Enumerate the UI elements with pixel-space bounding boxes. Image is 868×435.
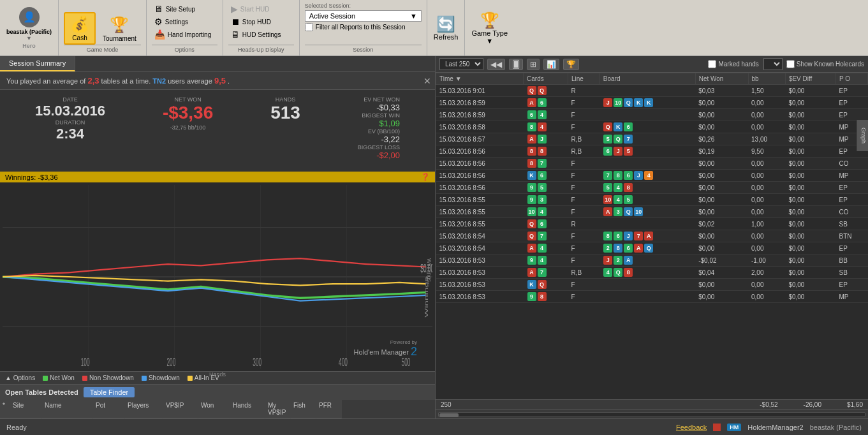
table-row[interactable]: 15.03.2016 8:59 64 F $0,00 0,00 $0,00 EP (436, 109, 868, 121)
table-row[interactable]: 15.03.2016 8:53 94 F J2A -$0,02 -1,00 $0… (436, 254, 868, 267)
th-time[interactable]: Time ▼ (436, 73, 524, 85)
card-chip: 6 (538, 219, 547, 228)
table-row[interactable]: 15.03.2016 8:55 93 F 1045 $0,00 0,00 $0,… (436, 194, 868, 206)
hands-table-container[interactable]: Time ▼ Cards Line Board Net Won bb $EV D… (436, 73, 868, 399)
scroll-thumb[interactable] (439, 413, 459, 417)
cell-board (600, 85, 695, 97)
stop-hud-icon: ⏹ (231, 17, 240, 27)
card-chip: 8 (538, 292, 547, 301)
th-pos[interactable]: P O (835, 73, 867, 85)
hands-tbody: 15.03.2016 9:01 QQ R $0,03 1,50 $0,00 EP… (436, 85, 868, 303)
ev-stats: EV Net Won -$0,33 Biggest Win $1,09 EV (… (358, 96, 400, 160)
card-chip: K (644, 98, 653, 107)
table-row[interactable]: 15.03.2016 8:54 A4 F 286AQ $0,00 0,00 $0… (436, 242, 868, 254)
cell-board: 1045 (600, 194, 695, 206)
close-banner-button[interactable]: ✕ (423, 76, 431, 86)
cell-net-won: $0,03 (695, 85, 748, 97)
x-axis-label: Hands (3, 371, 432, 378)
table-row[interactable]: 15.03.2016 8:53 A7 R,B 4Q8 $0,04 2,00 $0… (436, 267, 868, 279)
card-chip: K (527, 280, 536, 289)
cell-bb: 9,50 (748, 145, 785, 158)
th-board[interactable]: Board (600, 73, 695, 85)
marked-hands-checkbox[interactable] (708, 60, 716, 68)
cash-label: Cash (72, 34, 87, 41)
card-chip: A (644, 232, 653, 240)
col-myvpip: My VP$IP (265, 400, 291, 418)
filter-reports-row[interactable]: Filter all Reports to this Session (305, 23, 422, 31)
table-row[interactable]: 15.03.2016 8:55 Q6 R $0,02 1,00 $0,00 SB (436, 218, 868, 230)
graph-side-tab[interactable]: Graph (857, 120, 868, 151)
cards-view-button[interactable]: 🂠 (509, 59, 523, 70)
table-row[interactable]: 15.03.2016 8:56 87 F $0,00 0,00 $0,00 CO (436, 158, 868, 170)
th-sev-diff[interactable]: $EV Diff (785, 73, 835, 85)
card-chip: 3 (538, 195, 547, 204)
prev-button[interactable]: ◀◀ (487, 59, 505, 70)
cash-button[interactable]: 💰 Cash (64, 12, 96, 45)
card-chip: 4 (538, 110, 547, 119)
tournament-button[interactable]: 🏆 Tournament (98, 13, 141, 45)
table-row[interactable]: 15.03.2016 8:59 A6 F J10QKK $0,00 0,00 $… (436, 97, 868, 109)
winnings-bar: Winnings: -$3,36 ❓ (0, 172, 435, 182)
cell-net-won: $0,00 (695, 206, 748, 218)
grid-view-button[interactable]: ⊞ (527, 59, 540, 70)
table-row[interactable]: 15.03.2016 8:56 K6 F 786J4 $0,00 0,00 $0… (436, 170, 868, 182)
card-chip: 4 (614, 195, 622, 204)
cell-line: F (568, 230, 600, 242)
session-summary-tab[interactable]: Session Summary (0, 56, 75, 71)
th-net-won[interactable]: Net Won (695, 73, 748, 85)
help-button[interactable]: ❓ (421, 173, 430, 181)
footer: Ready Feedback HM HoldemManager2 beastak… (0, 418, 868, 435)
card-chip: 4 (538, 122, 547, 131)
bar-view-button[interactable]: 📊 (543, 59, 559, 70)
refresh-label: Refresh (434, 33, 459, 41)
card-chip: K (614, 122, 622, 131)
tournament-label: Tournament (103, 35, 136, 42)
date-stat: Date 15.03.2016 Duration 2:34 (35, 96, 105, 160)
refresh-button[interactable]: 🔄 Refresh (427, 0, 466, 55)
table-row[interactable]: 15.03.2016 8:53 KQ F $0,00 0,00 $0,00 EP (436, 279, 868, 291)
hud-settings-row[interactable]: 🖥 HUD Settings (228, 28, 294, 41)
card-chip: Q (614, 135, 622, 144)
table-row[interactable]: 15.03.2016 8:54 Q7 F 86J7A $0,00 0,00 $0… (436, 230, 868, 242)
cell-bb: 0,00 (748, 279, 785, 291)
card-chip: 8 (527, 147, 536, 156)
cell-board: A3Q10 (600, 206, 695, 218)
hero-dropdown[interactable]: ▼ (26, 35, 32, 41)
session-select[interactable]: Active Session ▼ (305, 10, 422, 22)
show-holecards-checkbox[interactable] (786, 60, 795, 68)
site-setup-row[interactable]: 🖥 Site Setup (152, 3, 217, 15)
table-row[interactable]: 15.03.2016 8:55 104 F A3Q10 $0,00 0,00 $… (436, 206, 868, 218)
table-finder-button[interactable]: Table Finder (84, 387, 135, 397)
cell-time: 15.03.2016 8:55 (436, 194, 524, 206)
filter-reports-checkbox[interactable] (305, 23, 313, 31)
table-row[interactable]: 15.03.2016 9:01 QQ R $0,03 1,50 $0,00 EP (436, 85, 868, 97)
horizontal-scrollbar[interactable] (436, 409, 868, 418)
last-250-select[interactable]: Last 250 Last 100 All (439, 58, 483, 70)
game-type-button[interactable]: 🏆 Game Type ▼ (465, 0, 514, 55)
card-chip: 9 (527, 183, 536, 192)
start-hud-row[interactable]: ▶ Start HUD (228, 3, 294, 15)
site-setup-icon: 🖥 (154, 4, 163, 14)
cell-cards: 94 (524, 254, 568, 267)
stop-hud-row[interactable]: ⏹ Stop HUD (228, 15, 294, 28)
hm-logo: HM (727, 424, 741, 431)
feedback-link[interactable]: Feedback (676, 424, 707, 431)
hero-section[interactable]: 👤 beastak (Pacific) ▼ Hero (0, 0, 59, 55)
marked-hands-select[interactable] (763, 58, 783, 70)
settings-row[interactable]: ⚙ Settings (152, 15, 217, 28)
cell-bb: 0,00 (748, 158, 785, 170)
card-chip: 10 (603, 195, 612, 204)
table-row[interactable]: 15.03.2016 8:56 88 R,B 6J5 $0,19 9,50 $0… (436, 145, 868, 158)
table-row[interactable]: 15.03.2016 8:53 98 F $0,00 0,00 $0,00 MP (436, 291, 868, 303)
th-line[interactable]: Line (568, 73, 600, 85)
th-bb[interactable]: bb (748, 73, 785, 85)
th-cards[interactable]: Cards (524, 73, 568, 85)
table-row[interactable]: 15.03.2016 8:57 AJ R,B 5Q7 $0,26 13,00 $… (436, 133, 868, 145)
trophy-view-button[interactable]: 🏆 (563, 59, 579, 70)
table-row[interactable]: 15.03.2016 8:58 84 F QK6 $0,00 0,00 $0,0… (436, 121, 868, 133)
hud-group-label: Heads-Up Display (228, 45, 294, 53)
cell-cards: Q6 (524, 218, 568, 230)
table-row[interactable]: 15.03.2016 8:56 95 F 548 $0,00 0,00 $0,0… (436, 182, 868, 194)
cell-time: 15.03.2016 8:56 (436, 182, 524, 194)
hand-importing-row[interactable]: 📥 Hand Importing (152, 28, 217, 41)
